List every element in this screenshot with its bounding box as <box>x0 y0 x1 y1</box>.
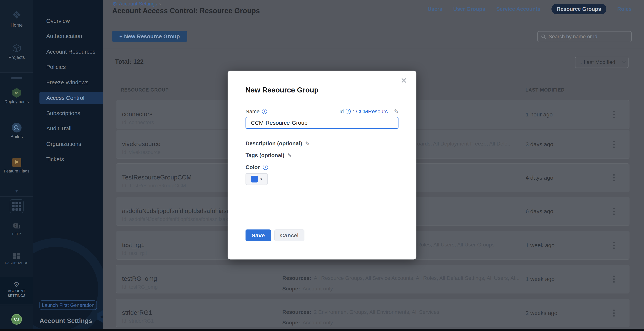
close-icon[interactable]: × <box>401 75 407 86</box>
info-icon[interactable]: i <box>346 109 351 114</box>
account-settings-label-line2: SETTINGS <box>0 294 33 298</box>
last-modified: 4 days ago <box>526 175 553 181</box>
breadcrumb[interactable]: ⚙ Account Settings › <box>112 1 161 7</box>
sidebar-item-subscriptions[interactable]: Subscriptions <box>33 107 103 119</box>
table-row-testrg-omg[interactable]: testRG_omg Id: testRG_omg Resources:All … <box>116 265 630 294</box>
column-header-last-modified: LAST MODIFIED <box>526 87 564 93</box>
dashboards-icon <box>0 252 33 260</box>
modal-title: New Resource Group <box>246 86 318 94</box>
tab-roles[interactable]: Roles <box>617 6 632 12</box>
scope-label: Scope: <box>282 320 300 326</box>
edit-tags-pencil-icon[interactable]: ✎ <box>288 152 292 159</box>
resource-group-name[interactable]: test_rg1 <box>122 241 144 249</box>
launch-first-generation-button[interactable]: Launch First Generation <box>40 301 97 310</box>
cancel-button[interactable]: Cancel <box>274 230 304 241</box>
resource-group-name[interactable]: connectors <box>122 111 152 118</box>
module-rail: ❖ Home Projects ∞ Deployments Builds ⚑ F… <box>0 0 33 329</box>
rail-separator <box>0 72 33 73</box>
search-input[interactable] <box>549 34 628 40</box>
name-input[interactable] <box>246 117 398 129</box>
sidebar-item-help[interactable]: ? HELP <box>0 223 33 236</box>
help-icon: ? <box>0 223 33 231</box>
window-bottom-edge <box>0 329 644 331</box>
app-window: ❖ Home Projects ∞ Deployments Builds ⚑ F… <box>0 0 644 331</box>
row-menu-button[interactable] <box>612 110 616 119</box>
total-count: Total: 122 <box>115 58 144 65</box>
color-section: Color i <box>246 164 268 170</box>
edit-description-pencil-icon[interactable]: ✎ <box>305 140 310 147</box>
sidebar-item-overview[interactable]: Overview <box>33 15 103 27</box>
scope-summary: Scope:Account only <box>282 286 333 292</box>
sidebar-item-dashboards[interactable]: DASHBOARDS <box>0 252 33 265</box>
row-menu-button[interactable] <box>612 241 616 250</box>
toolbar-divider <box>103 48 644 48</box>
last-modified: 1 week ago <box>526 276 554 282</box>
resources-summary: oards, All Deployment Freeze, All Dele..… <box>417 141 512 147</box>
sidebar-item-deployments[interactable]: ∞ Deployments <box>0 88 33 104</box>
resource-group-id: Id: connectors <box>122 120 154 125</box>
sidebar-item-account-resources[interactable]: Account Resources <box>33 46 103 58</box>
home-label: Home <box>0 22 33 28</box>
sidebar-item-organizations[interactable]: Organizations <box>33 138 103 150</box>
svg-text:?: ? <box>15 224 16 227</box>
sort-dropdown[interactable]: ↑↓ Last Modified <box>575 57 628 68</box>
tab-service-accounts[interactable]: Service Accounts <box>496 6 540 12</box>
deployments-icon: ∞ <box>0 88 33 98</box>
save-button[interactable]: Save <box>246 230 271 241</box>
id-value[interactable]: CCMResourc... <box>356 108 392 115</box>
identifier-row: Id i : CCMResourc... ✎ <box>339 108 398 115</box>
resource-group-name[interactable]: testRG_omg <box>122 275 157 282</box>
resource-group-id: Id: testRG_omg <box>122 284 158 290</box>
last-modified: 1 hour ago <box>526 111 552 118</box>
color-chip <box>251 176 258 182</box>
settings-sidebar: Overview Authentication Account Resource… <box>33 0 103 329</box>
table-row-striderrg1[interactable]: striderRG1 Id: striderRG1 Resources:2 En… <box>116 299 630 328</box>
sidebar-item-account-settings[interactable]: ⚙ ACCOUNT SETTINGS <box>0 277 33 304</box>
sort-label: Last Modified <box>584 59 615 65</box>
row-menu-button[interactable] <box>612 308 616 318</box>
tab-users[interactable]: Users <box>428 6 442 12</box>
module-picker-button[interactable] <box>10 199 24 213</box>
tags-section: Tags (optional) ✎ <box>246 152 292 159</box>
edit-id-pencil-icon[interactable]: ✎ <box>394 108 398 115</box>
nav-watermark <box>33 238 103 329</box>
page-title: Account Access Control: Resource Groups <box>112 7 260 15</box>
sidebar-item-home[interactable]: ❖ Home <box>0 9 33 28</box>
gear-icon: ⚙ <box>0 281 33 288</box>
sidebar-item-builds[interactable]: Builds <box>0 123 33 139</box>
rail-more-chevron-icon[interactable]: ▼ <box>0 188 33 194</box>
resource-group-id: Id: striderRG1 <box>122 318 154 324</box>
scope-summary: Scope:Account only <box>282 320 333 326</box>
tab-resource-groups[interactable]: Resource Groups <box>552 4 606 14</box>
name-field-label: Name i <box>246 108 267 115</box>
user-avatar[interactable]: CJ <box>11 314 22 325</box>
sidebar-item-projects[interactable]: Projects <box>0 43 33 60</box>
row-menu-button[interactable] <box>612 140 616 149</box>
new-resource-group-button[interactable]: + New Resource Group <box>112 31 187 42</box>
sidebar-item-policies[interactable]: Policies <box>33 61 103 73</box>
sidebar-item-authentication[interactable]: Authentication <box>33 30 103 42</box>
sidebar-item-feature-flags[interactable]: ⚑ Feature Flags <box>0 158 33 174</box>
row-menu-button[interactable] <box>612 207 616 216</box>
sidebar-item-tickets[interactable]: Tickets <box>33 153 103 165</box>
resources-label: Resources: <box>282 275 311 281</box>
gear-icon: ⚙ <box>112 1 117 7</box>
color-picker-dropdown[interactable]: ▾ <box>246 173 268 185</box>
info-icon[interactable]: i <box>262 109 267 114</box>
resource-group-name[interactable]: striderRG1 <box>122 309 152 316</box>
feature-flags-icon: ⚑ <box>0 158 33 167</box>
sidebar-item-access-control[interactable]: Access Control <box>40 92 103 104</box>
sidebar-item-freeze-windows[interactable]: Freeze Windows <box>33 76 103 88</box>
breadcrumb-account-settings[interactable]: Account Settings <box>119 1 157 7</box>
sidebar-item-audit-trail[interactable]: Audit Trail <box>33 122 103 135</box>
rail-collapse-dash[interactable] <box>11 77 22 79</box>
tab-user-groups[interactable]: User Groups <box>453 6 485 12</box>
resource-group-name[interactable]: TestResourceGroupCCM <box>122 174 192 181</box>
chevron-down-icon <box>622 60 626 64</box>
info-icon[interactable]: i <box>263 165 268 170</box>
row-menu-button[interactable] <box>612 274 616 284</box>
resource-group-name[interactable]: vivekresource <box>122 140 160 148</box>
search-box[interactable] <box>537 31 632 42</box>
row-menu-button[interactable] <box>612 173 616 182</box>
settings-nav-title: Account Settings <box>40 317 92 325</box>
